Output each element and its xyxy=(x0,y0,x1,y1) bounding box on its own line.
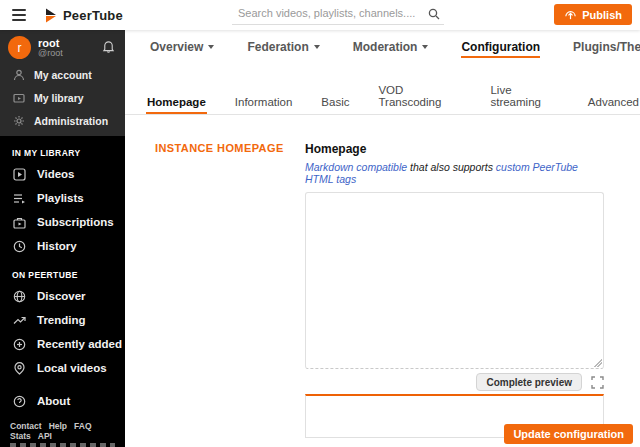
sidebar-item-administration[interactable]: Administration xyxy=(0,109,125,132)
brand-name: PeerTube xyxy=(63,8,123,23)
avatar[interactable]: r xyxy=(8,36,31,59)
nav-federation[interactable]: Federation xyxy=(247,36,319,58)
top-header: PeerTube Publish xyxy=(0,0,640,30)
nav-label: Configuration xyxy=(461,40,540,54)
maximize-icon[interactable] xyxy=(591,376,604,389)
user-block: r root @root xyxy=(0,30,125,63)
update-configuration-button[interactable]: Update configuration xyxy=(504,424,633,444)
footer-link-contact[interactable]: Contact xyxy=(10,421,42,431)
user-handle: @root xyxy=(38,49,63,59)
homepage-field-label: Homepage xyxy=(305,142,605,156)
sidebar-item-label: About xyxy=(37,395,70,407)
sidebar-item-label: Recently added xyxy=(37,338,122,350)
chevron-down-icon xyxy=(314,45,320,49)
gear-icon xyxy=(13,115,25,127)
history-clock-icon xyxy=(12,240,27,253)
sidebar-section-title: IN MY LIBRARY xyxy=(0,148,125,158)
footer-link-faq[interactable]: FAQ xyxy=(74,421,91,431)
sidebar-item-label: My library xyxy=(34,92,84,104)
sidebar-item-label: Videos xyxy=(37,168,75,180)
sidebar-item-label: Trending xyxy=(37,314,86,326)
sidebar-item-discover[interactable]: Discover xyxy=(0,284,125,308)
sidebar-item-label: Playlists xyxy=(37,192,84,204)
nav-overview[interactable]: Overview xyxy=(150,36,214,58)
upload-icon xyxy=(564,8,577,21)
sidebar-item-label: Subscriptions xyxy=(37,216,114,228)
playlists-icon xyxy=(12,192,27,205)
nav-label: Overview xyxy=(150,40,203,54)
help-middle-text: that also supports xyxy=(407,161,496,173)
chevron-down-icon xyxy=(422,45,428,49)
videos-icon xyxy=(12,168,27,181)
main-panel: Overview Federation Moderation Configura… xyxy=(125,30,640,447)
map-pin-icon xyxy=(12,362,27,375)
resize-handle[interactable] xyxy=(593,358,602,367)
chevron-down-icon xyxy=(208,45,214,49)
sidebar-item-about[interactable]: About xyxy=(0,389,125,413)
sidebar-item-my-library[interactable]: My library xyxy=(0,86,125,109)
notifications-bell-icon[interactable] xyxy=(102,39,115,53)
tab-advanced[interactable]: Advanced xyxy=(587,92,640,114)
section-title: INSTANCE HOMEPAGE xyxy=(155,142,305,154)
tab-information[interactable]: Information xyxy=(234,92,294,114)
footer-link-help[interactable]: Help xyxy=(49,421,67,431)
nav-label: Plugins/Themes xyxy=(573,40,640,54)
sidebar-item-label: History xyxy=(37,240,77,252)
search-input[interactable] xyxy=(232,7,428,21)
sidebar-item-label: Discover xyxy=(37,290,86,302)
sidebar-item-history[interactable]: History xyxy=(0,234,125,258)
search-box xyxy=(232,4,444,25)
admin-nav: Overview Federation Moderation Configura… xyxy=(125,30,640,63)
tab-basic[interactable]: Basic xyxy=(320,92,350,114)
sidebar: r root @root My account xyxy=(0,30,125,447)
peertube-logo-icon xyxy=(44,8,58,23)
nav-label: Federation xyxy=(247,40,308,54)
sidebar-item-label: My account xyxy=(34,69,92,81)
search-icon[interactable] xyxy=(428,8,440,20)
globe-icon xyxy=(12,290,27,303)
menu-toggle-icon[interactable] xyxy=(12,6,34,24)
nav-plugins-themes[interactable]: Plugins/Themes xyxy=(573,36,640,58)
tab-homepage[interactable]: Homepage xyxy=(146,92,207,114)
tab-live-streaming[interactable]: Live streaming xyxy=(489,80,559,114)
markdown-compatible-link[interactable]: Markdown compatible xyxy=(305,161,407,173)
plus-circle-icon xyxy=(12,338,27,351)
sidebar-item-trending[interactable]: Trending xyxy=(0,308,125,332)
nav-label: Moderation xyxy=(353,40,418,54)
footer-link-api[interactable]: API xyxy=(38,431,52,441)
subscriptions-icon xyxy=(12,216,27,229)
footer-second-row-clipped xyxy=(10,443,115,447)
markdown-help-text: Markdown compatible that also supports c… xyxy=(305,161,605,185)
sidebar-item-playlists[interactable]: Playlists xyxy=(0,186,125,210)
sidebar-item-local-videos[interactable]: Local videos xyxy=(0,356,125,380)
sidebar-section-title: ON PEERTUBE xyxy=(0,270,125,280)
config-subtabs: Homepage Information Basic VOD Transcodi… xyxy=(125,80,640,115)
complete-preview-button[interactable]: Complete preview xyxy=(476,373,582,391)
sidebar-item-label: Local videos xyxy=(37,362,107,374)
sidebar-footer-links: Contact Help FAQ Stats API xyxy=(0,419,125,441)
peertube-logo[interactable]: PeerTube xyxy=(44,8,123,23)
nav-moderation[interactable]: Moderation xyxy=(353,36,429,58)
sidebar-item-my-account[interactable]: My account xyxy=(0,63,125,86)
help-circle-icon xyxy=(12,395,27,408)
publish-button[interactable]: Publish xyxy=(554,4,632,25)
sidebar-item-recently-added[interactable]: Recently added xyxy=(0,332,125,356)
sidebar-item-videos[interactable]: Videos xyxy=(0,162,125,186)
user-name: root xyxy=(38,37,63,49)
trending-icon xyxy=(12,314,27,327)
nav-configuration[interactable]: Configuration xyxy=(461,36,540,58)
library-icon xyxy=(13,92,25,104)
homepage-textarea[interactable] xyxy=(305,192,604,369)
sidebar-item-label: Administration xyxy=(34,115,108,127)
sidebar-item-subscriptions[interactable]: Subscriptions xyxy=(0,210,125,234)
footer-link-stats[interactable]: Stats xyxy=(10,431,31,441)
tab-vod-transcoding[interactable]: VOD Transcoding xyxy=(377,80,462,114)
publish-label: Publish xyxy=(582,9,622,21)
user-icon xyxy=(13,69,25,81)
